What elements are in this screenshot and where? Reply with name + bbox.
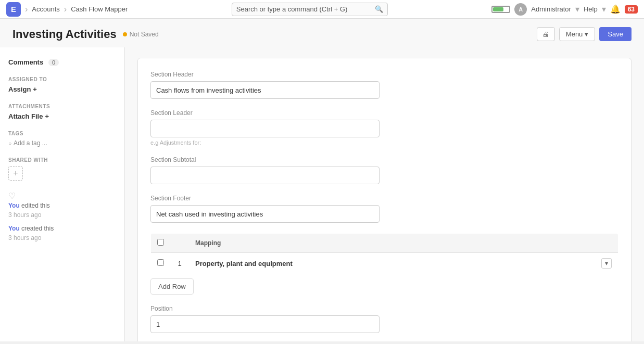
- position-input[interactable]: [150, 315, 380, 333]
- breadcrumb-sep-1: ›: [25, 5, 28, 14]
- notification-badge: 63: [625, 5, 638, 14]
- like-icon[interactable]: ♡: [8, 191, 116, 201]
- save-button[interactable]: Save: [599, 27, 632, 41]
- section-leader-label: Section Leader: [150, 109, 618, 117]
- add-tag-button[interactable]: Add a tag ...: [8, 139, 116, 147]
- search-bar[interactable]: 🔍: [232, 3, 388, 16]
- admin-menu[interactable]: Administrator: [531, 5, 571, 13]
- row-mapping-cell: Property, plant and equipment: [189, 253, 592, 274]
- sidebar-shared-section: SHARED WITH +: [8, 157, 116, 181]
- comments-count: 0: [48, 59, 59, 66]
- add-row-button[interactable]: Add Row: [150, 278, 194, 295]
- page-header-right: 🖨 Menu ▾ Save: [537, 27, 632, 41]
- col-checkbox: [151, 234, 171, 253]
- comments-label: Comments: [8, 58, 43, 66]
- status-text: Not Saved: [130, 31, 159, 38]
- status-badge: Not Saved: [123, 31, 159, 38]
- help-menu[interactable]: Help: [584, 5, 598, 13]
- attachments-label: ATTACHMENTS: [8, 104, 116, 109]
- search-icon: 🔍: [375, 5, 383, 13]
- section-footer-label: Section Footer: [150, 195, 618, 202]
- sidebar-tags-section: TAGS Add a tag ...: [8, 131, 116, 147]
- app-logo: E: [6, 2, 21, 17]
- assigned-to-label: ASSIGNED TO: [8, 77, 116, 82]
- mapping-table-group: Mapping 1 Property, plant and equipment: [150, 233, 618, 295]
- shared-with-label: SHARED WITH: [8, 157, 116, 163]
- section-leader-group: Section Leader e.g Adjustments for:: [150, 109, 618, 146]
- attach-file-button[interactable]: Attach File +: [8, 112, 116, 120]
- page-title: Investing Activities: [12, 28, 117, 41]
- col-mapping: Mapping: [189, 234, 592, 253]
- row-dropdown-button[interactable]: ▾: [601, 258, 612, 269]
- tags-label: TAGS: [8, 131, 116, 136]
- content-area: Section Header Section Leader e.g Adjust…: [125, 47, 644, 341]
- search-input[interactable]: [236, 5, 373, 13]
- sidebar-attachments-section: ATTACHMENTS Attach File +: [8, 104, 116, 120]
- page-header: Investing Activities Not Saved 🖨 Menu ▾ …: [0, 19, 644, 47]
- section-header-group: Section Header: [150, 71, 618, 99]
- table-header-row: Mapping: [151, 234, 618, 253]
- page-header-left: Investing Activities Not Saved: [12, 28, 159, 41]
- main-layout: Comments 0 ASSIGNED TO Assign + ATTACHME…: [0, 47, 644, 341]
- sidebar-comments-section: Comments 0: [8, 58, 116, 66]
- position-label: Position: [150, 305, 618, 312]
- sidebar-assigned-section: ASSIGNED TO Assign +: [8, 77, 116, 93]
- form-card: Section Header Section Leader e.g Adjust…: [137, 58, 632, 341]
- notifications-icon[interactable]: 🔔: [610, 4, 621, 14]
- position-group: Position: [150, 305, 618, 333]
- breadcrumb-cashflow[interactable]: Cash Flow Mapper: [71, 5, 128, 13]
- avatar: A: [514, 3, 527, 16]
- breadcrumb-accounts[interactable]: Accounts: [32, 5, 59, 13]
- row-num-cell: 1: [170, 253, 189, 274]
- row-checkbox[interactable]: [157, 259, 164, 266]
- activity-entry-1: You edited this 3 hours ago: [8, 201, 116, 220]
- section-subtotal-label: Section Subtotal: [150, 156, 618, 163]
- status-dot: [123, 32, 127, 36]
- topnav: E › Accounts › Cash Flow Mapper 🔍 A Admi…: [0, 0, 644, 19]
- table-row: 1 Property, plant and equipment ▾: [151, 253, 618, 274]
- section-footer-input[interactable]: [150, 205, 380, 223]
- row-action-cell: ▾: [592, 253, 618, 274]
- section-header-label: Section Header: [150, 71, 618, 78]
- menu-button[interactable]: Menu ▾: [559, 27, 596, 41]
- col-action: [592, 234, 618, 253]
- section-subtotal-group: Section Subtotal: [150, 156, 618, 184]
- section-header-input[interactable]: [150, 81, 380, 99]
- section-leader-hint: e.g Adjustments for:: [150, 139, 618, 146]
- print-button[interactable]: 🖨: [537, 27, 555, 41]
- battery-indicator: [491, 6, 510, 13]
- add-shared-button[interactable]: +: [8, 166, 23, 181]
- sidebar: Comments 0 ASSIGNED TO Assign + ATTACHME…: [0, 47, 125, 341]
- assign-button[interactable]: Assign +: [8, 85, 116, 93]
- section-subtotal-input[interactable]: [150, 167, 380, 184]
- mapping-table: Mapping 1 Property, plant and equipment: [150, 233, 618, 274]
- row-checkbox-cell: [151, 253, 171, 274]
- select-all-checkbox[interactable]: [157, 239, 164, 246]
- sidebar-activity-section: You edited this 3 hours ago You created …: [8, 201, 116, 243]
- col-num: [170, 234, 189, 253]
- section-leader-input[interactable]: [150, 120, 380, 137]
- section-footer-group: Section Footer: [150, 195, 618, 223]
- breadcrumb-sep-2: ›: [64, 5, 67, 14]
- activity-entry-2: You created this 3 hours ago: [8, 224, 116, 243]
